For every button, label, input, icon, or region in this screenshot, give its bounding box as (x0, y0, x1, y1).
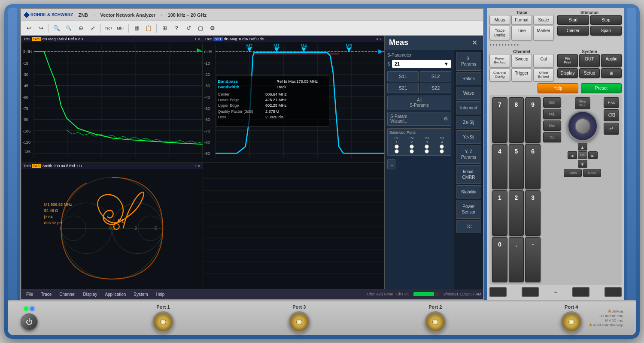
zoom-in-icon[interactable]: 🔍 (52, 23, 62, 33)
zoom2-icon[interactable]: ⊕ (76, 23, 86, 33)
dc-right-btn[interactable]: DC (456, 220, 481, 233)
channel-config-button[interactable]: ChannelConfig (489, 68, 510, 81)
meas-ctrl-button[interactable]: Meas (489, 15, 510, 25)
redo-button[interactable]: Redo (583, 169, 601, 177)
key-9[interactable]: 9 (525, 97, 541, 143)
key-8[interactable]: 8 (509, 97, 524, 143)
offset-embed-button[interactable]: OffsetEmbed (533, 68, 554, 81)
yz-params-right-btn[interactable]: Y, ZParams (456, 145, 481, 164)
port-p3-radio[interactable] (425, 144, 429, 149)
power-sensor-right-btn[interactable]: PowerSensor (456, 200, 481, 219)
undo-button[interactable]: Undo (564, 169, 582, 177)
s-param-wizard-button[interactable]: S-ParamWizard... ⚙ (387, 112, 451, 126)
menu-system[interactable]: System (130, 291, 151, 298)
menu-application[interactable]: Application (101, 291, 129, 298)
help-icon[interactable]: ? (171, 23, 182, 33)
key-5[interactable]: 5 (509, 144, 524, 190)
key-0[interactable]: 0 (492, 237, 507, 283)
stability-right-btn[interactable]: Stability (456, 185, 481, 199)
trigger-button[interactable]: Trigger (511, 68, 532, 81)
s21-button[interactable]: S21 (387, 83, 419, 93)
s12-button[interactable]: S12 (420, 71, 451, 81)
port-p2-radio2[interactable] (410, 149, 414, 153)
imbal-cmrr-right-btn[interactable]: Imbal.CMRR (456, 165, 481, 184)
nav-wheel[interactable] (567, 111, 598, 141)
copy-icon[interactable]: 📋 (143, 23, 154, 33)
s-param-input[interactable]: 21 ▼ (392, 60, 451, 68)
port-p1-radio[interactable] (395, 144, 399, 149)
key-4[interactable]: 4 (492, 144, 507, 190)
preset-button[interactable]: Preset (581, 83, 622, 93)
stop-button[interactable]: Stop (590, 15, 622, 25)
undo-icon[interactable]: ↩ (24, 23, 34, 33)
port-p2-radio[interactable] (410, 144, 414, 149)
key-6[interactable]: 6 (525, 144, 541, 190)
delete-icon[interactable]: 🗑 (131, 23, 142, 33)
wave-right-btn[interactable]: Wave (456, 87, 481, 100)
intermod-right-btn[interactable]: Intermod (456, 101, 481, 114)
windows-ctrl-button[interactable]: ⊞ (601, 68, 622, 78)
trc-plus-icon[interactable]: Trc+ (103, 23, 114, 33)
mu-button[interactable]: M/µ (543, 109, 561, 119)
nav-right-button[interactable]: ► (588, 151, 598, 159)
key-2[interactable]: 2 (509, 190, 524, 236)
port-p1-radio2[interactable] (395, 149, 399, 153)
dots-button[interactable]: ... (387, 159, 395, 169)
key-dot[interactable]: . (509, 237, 524, 283)
dut-button[interactable]: DUT (579, 54, 600, 67)
settings-icon[interactable]: ⚙ (207, 23, 218, 33)
scale-ctrl-button[interactable]: Scale (533, 15, 554, 25)
expand-icon[interactable]: ⤢ (88, 23, 98, 33)
ze-sij-right-btn[interactable]: Ze-Sij (456, 116, 481, 129)
gn-button[interactable]: G/n (543, 97, 561, 108)
file-print-button[interactable]: FilePrint (557, 54, 578, 67)
marker-ctrl-button[interactable]: Marker (533, 26, 554, 40)
key-1[interactable]: 1 (492, 190, 507, 236)
cal-button[interactable]: Cal (533, 54, 554, 67)
port-p3-radio2[interactable] (425, 149, 429, 153)
trace-config-button[interactable]: TraceConfig (489, 26, 510, 40)
key-3[interactable]: 3 (525, 190, 541, 236)
key-minus[interactable]: - (525, 237, 541, 283)
ratios-right-btn[interactable]: Ratios (456, 72, 481, 85)
menu-channel[interactable]: Channel (56, 291, 79, 298)
format-ctrl-button[interactable]: Format (511, 15, 532, 25)
nav-down-button[interactable]: ▼ (578, 160, 587, 168)
screen-icon[interactable]: ▢ (195, 23, 206, 33)
key-7[interactable]: 7 (492, 97, 507, 143)
line-ctrl-button[interactable]: Line (511, 26, 532, 40)
menu-help[interactable]: Help (152, 291, 168, 298)
applic-button[interactable]: Applic (601, 54, 622, 67)
windows-icon[interactable]: ⊞ (159, 23, 170, 33)
display-button[interactable]: Display (557, 68, 578, 78)
enter-button[interactable]: ↵ (604, 123, 619, 135)
refresh-icon[interactable]: ↺ (183, 23, 194, 33)
port-p4-radio[interactable] (440, 144, 444, 149)
s11-button[interactable]: S11 (387, 71, 419, 81)
esc-button[interactable]: Esc (604, 97, 619, 108)
s22-button[interactable]: S22 (420, 83, 451, 93)
zoom-out-icon[interactable]: 🔍 (64, 23, 74, 33)
mk-plus-icon[interactable]: Mk+ (115, 23, 126, 33)
port-p4-radio2[interactable] (440, 149, 444, 153)
step-size-button[interactable]: StepSize (575, 97, 590, 109)
nav-up-button[interactable]: ▲ (578, 143, 587, 150)
backspace-button[interactable]: ⌫ (604, 109, 619, 121)
nav-ok-button[interactable]: OK (578, 151, 587, 159)
center-button[interactable]: Center (557, 26, 589, 36)
redo-icon[interactable]: ↪ (36, 23, 46, 33)
all-sparams-button[interactable]: All S-Params (387, 96, 451, 110)
menu-file[interactable]: File (23, 291, 36, 298)
s-params-right-btn[interactable]: S-Params (456, 52, 481, 71)
menu-trace[interactable]: Trace (37, 291, 55, 298)
setup-button[interactable]: Setup (579, 68, 600, 78)
x1-button[interactable]: x1 (543, 132, 561, 142)
sweep-button[interactable]: Sweep (511, 54, 532, 67)
ye-sij-right-btn[interactable]: Ye-Sij (456, 130, 481, 144)
help-button[interactable]: Help (538, 83, 578, 93)
km-button[interactable]: k/m (543, 120, 561, 131)
power-bw-avg-button[interactable]: PowerBw Avg (489, 54, 510, 67)
power-button[interactable]: ⏻ (21, 313, 38, 331)
nav-left-button[interactable]: ◄ (568, 151, 577, 159)
span-button[interactable]: Span (590, 26, 622, 36)
